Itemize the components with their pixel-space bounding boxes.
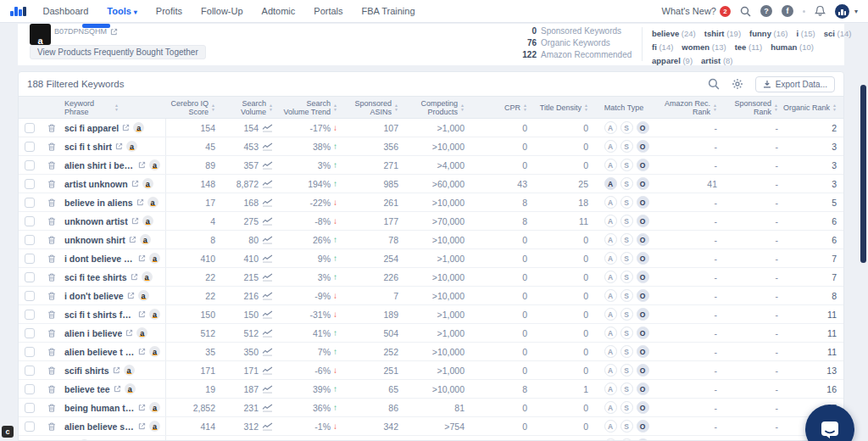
keyword-phrase[interactable]: scifi shirts [64, 366, 109, 376]
row-checkbox[interactable] [25, 254, 35, 264]
sort-icon[interactable]: ▲▼ [114, 103, 119, 111]
word-frequency-tag[interactable]: funny (16) [749, 29, 787, 38]
row-checkbox[interactable] [25, 403, 35, 413]
sort-icon[interactable]: ▲▼ [269, 103, 273, 111]
whats-new-link[interactable]: What's New? 2 [662, 6, 731, 17]
amazon-badge-icon[interactable]: a [136, 327, 147, 338]
sort-icon[interactable]: ▲▼ [584, 103, 588, 111]
keyword-phrase[interactable]: sci fi apparel [64, 123, 119, 133]
sort-icon[interactable]: ▲▼ [713, 103, 717, 111]
volume-chart-icon[interactable] [262, 198, 273, 207]
row-checkbox[interactable] [25, 235, 35, 245]
trash-icon[interactable] [47, 272, 56, 282]
trash-icon[interactable] [47, 179, 56, 189]
open-in-amazon-icon[interactable] [127, 292, 135, 299]
trash-icon[interactable] [47, 310, 56, 320]
column-header-keyword-phrase[interactable]: Keyword Phrase▲▼ [61, 99, 166, 116]
row-checkbox[interactable] [25, 384, 35, 394]
sort-icon[interactable]: ▲▼ [832, 103, 837, 111]
trash-icon[interactable] [47, 328, 56, 338]
row-checkbox[interactable] [25, 216, 35, 226]
row-checkbox[interactable] [25, 123, 35, 133]
volume-chart-icon[interactable] [262, 404, 273, 412]
nav-item-tools[interactable]: Tools▾ [107, 6, 137, 16]
sort-icon[interactable]: ▲▼ [333, 103, 337, 111]
volume-chart-icon[interactable] [262, 329, 273, 338]
keyword-phrase[interactable]: believe tee [64, 384, 110, 394]
row-checkbox[interactable] [25, 272, 35, 282]
trash-icon[interactable] [47, 403, 56, 413]
row-checkbox[interactable] [25, 160, 35, 170]
export-data-button[interactable]: Export Data... [755, 76, 835, 92]
open-in-amazon-icon[interactable] [138, 422, 146, 430]
column-header-search-volume-trend[interactable]: Search Volume Trend▲▼ [278, 99, 342, 116]
trash-icon[interactable] [47, 347, 56, 357]
trash-icon[interactable] [47, 384, 56, 394]
open-in-amazon-icon[interactable] [113, 366, 120, 374]
open-in-amazon-icon[interactable] [115, 142, 123, 150]
nav-item-dashboard[interactable]: Dashboard [43, 6, 89, 16]
amazon-badge-icon[interactable]: a [138, 290, 149, 301]
trash-icon[interactable] [47, 254, 56, 264]
open-in-amazon-icon[interactable] [138, 254, 146, 262]
keyword-phrase[interactable]: artist unknown [64, 179, 128, 189]
volume-chart-icon[interactable] [262, 292, 273, 300]
search-icon[interactable] [740, 6, 751, 17]
keyword-phrase[interactable]: i dont believe in hum... [64, 254, 135, 264]
keyword-phrase[interactable]: being human t shirt f... [64, 403, 135, 413]
open-in-amazon-icon[interactable] [138, 404, 146, 411]
amazon-badge-icon[interactable]: a [133, 122, 144, 133]
amazon-badge-icon[interactable]: a [142, 271, 153, 282]
column-header-cpr[interactable]: CPR▲▼ [470, 103, 532, 112]
amazon-badge-icon[interactable]: a [125, 383, 136, 394]
facebook-icon[interactable]: f [782, 5, 793, 17]
open-in-amazon-icon[interactable] [138, 310, 146, 318]
trash-icon[interactable] [47, 421, 56, 432]
trash-icon[interactable] [47, 235, 56, 245]
view-fbt-button[interactable]: View Products Frequently Bought Together [30, 45, 206, 59]
amazon-badge-icon[interactable]: a [149, 253, 160, 264]
word-frequency-tag[interactable]: artist (8) [701, 56, 732, 65]
keyword-phrase[interactable]: sci fi t shirts for men [64, 310, 135, 320]
column-header-title-density[interactable]: Title Density▲▼ [532, 103, 593, 112]
volume-chart-icon[interactable] [262, 366, 273, 375]
keyword-phrase[interactable]: alien shirt i believe [64, 160, 135, 170]
keyword-phrase[interactable]: unknown artist [64, 216, 128, 226]
column-header-search-volume[interactable]: Search Volume▲▼ [220, 99, 278, 116]
column-header-organic-rank[interactable]: Organic Rank▲▼ [783, 103, 842, 112]
open-in-amazon-icon[interactable] [131, 180, 139, 187]
word-frequency-tag[interactable]: believe (24) [652, 29, 696, 38]
volume-chart-icon[interactable] [262, 254, 273, 263]
keyword-phrase[interactable]: sci fi tee shirts [64, 272, 127, 282]
external-link-icon[interactable] [110, 28, 118, 36]
account-caret-icon[interactable]: ▾ [854, 8, 858, 15]
trash-icon[interactable] [47, 291, 56, 301]
amazon-badge-icon[interactable]: a [149, 402, 160, 413]
column-header-sponsored-asins[interactable]: Sponsored ASINs▲▼ [342, 99, 403, 116]
product-thumbnail[interactable]: a [30, 24, 51, 45]
word-frequency-tag[interactable]: i (15) [796, 29, 815, 38]
bell-icon[interactable] [815, 5, 826, 17]
open-in-amazon-icon[interactable] [114, 385, 121, 393]
open-in-amazon-icon[interactable] [131, 217, 139, 225]
amazon-badge-icon[interactable]: a [149, 159, 160, 170]
volume-chart-icon[interactable] [262, 348, 273, 356]
account-avatar[interactable] [835, 4, 849, 19]
trash-icon[interactable] [47, 216, 56, 226]
amazon-badge-icon[interactable]: a [149, 309, 160, 320]
amazon-badge-icon[interactable]: a [147, 197, 159, 208]
column-header-amazon-rec-rank[interactable]: Amazon Rec. Rank▲▼ [659, 99, 722, 116]
amazon-badge-icon[interactable]: a [140, 234, 151, 245]
chat-widget-button[interactable] [805, 405, 854, 441]
word-frequency-tag[interactable]: human (10) [771, 42, 814, 52]
word-frequency-tag[interactable]: women (13) [682, 42, 726, 52]
word-frequency-tag[interactable]: tshirt (19) [704, 29, 741, 38]
open-in-amazon-icon[interactable] [129, 236, 136, 243]
amazon-badge-icon[interactable]: a [149, 346, 160, 357]
row-checkbox[interactable] [25, 366, 35, 376]
table-search-icon[interactable] [708, 78, 720, 90]
amazon-badge-icon[interactable]: a [149, 421, 160, 432]
amazon-badge-icon[interactable]: a [126, 141, 137, 152]
sort-icon[interactable]: ▲▼ [460, 103, 465, 111]
open-in-amazon-icon[interactable] [138, 348, 146, 355]
